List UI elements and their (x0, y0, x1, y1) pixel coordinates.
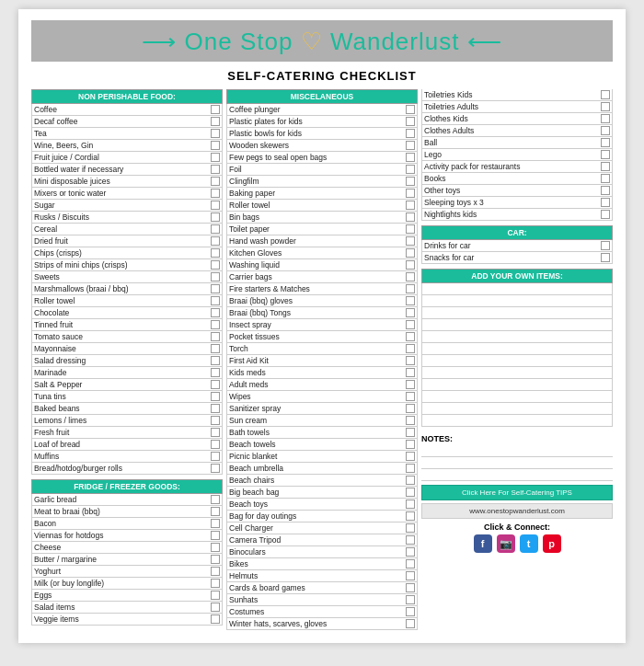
checkbox[interactable] (211, 579, 220, 588)
checkbox[interactable] (211, 272, 220, 281)
checkbox[interactable] (211, 248, 220, 258)
checkbox[interactable] (406, 416, 415, 425)
checkbox[interactable] (406, 165, 415, 174)
checkbox[interactable] (406, 201, 415, 210)
checkbox[interactable] (211, 236, 220, 246)
checkbox[interactable] (406, 535, 415, 545)
checkbox[interactable] (211, 531, 220, 540)
facebook-icon[interactable]: f (474, 534, 492, 553)
checkbox[interactable] (406, 380, 415, 389)
checkbox[interactable] (211, 141, 220, 150)
pinterest-icon[interactable]: p (543, 534, 561, 553)
checkbox[interactable] (211, 320, 220, 329)
checkbox[interactable] (211, 308, 220, 317)
checkbox[interactable] (601, 102, 610, 111)
checkbox[interactable] (406, 571, 415, 580)
checkbox[interactable] (211, 165, 220, 174)
checkbox[interactable] (406, 392, 415, 401)
checkbox[interactable] (406, 177, 415, 186)
checkbox[interactable] (406, 452, 415, 461)
checkbox[interactable] (406, 129, 415, 138)
checkbox[interactable] (406, 248, 415, 258)
checkbox[interactable] (406, 511, 415, 521)
checkbox[interactable] (406, 308, 415, 317)
checkbox[interactable] (601, 198, 610, 207)
checkbox[interactable] (211, 543, 220, 552)
checkbox[interactable] (211, 614, 220, 624)
checkbox[interactable] (406, 153, 415, 162)
checkbox[interactable] (211, 464, 220, 473)
checkbox[interactable] (406, 559, 415, 568)
checkbox[interactable] (406, 105, 415, 114)
checkbox[interactable] (211, 105, 220, 114)
checkbox[interactable] (406, 523, 415, 533)
checkbox[interactable] (406, 284, 415, 293)
checkbox[interactable] (601, 150, 610, 159)
link1-button[interactable]: Click Here For Self-Catering TIPS (421, 485, 613, 500)
checkbox[interactable] (406, 224, 415, 234)
checkbox[interactable] (211, 368, 220, 377)
checkbox[interactable] (211, 224, 220, 234)
checkbox[interactable] (601, 90, 610, 99)
checkbox[interactable] (211, 452, 220, 461)
checkbox[interactable] (406, 607, 415, 616)
checkbox[interactable] (211, 591, 220, 600)
checkbox[interactable] (406, 476, 415, 485)
checkbox[interactable] (211, 603, 220, 612)
checkbox[interactable] (601, 114, 610, 123)
checkbox[interactable] (211, 153, 220, 162)
checkbox[interactable] (211, 507, 220, 516)
checkbox[interactable] (601, 253, 610, 262)
checkbox[interactable] (406, 356, 415, 365)
checkbox[interactable] (211, 117, 220, 126)
checkbox[interactable] (406, 547, 415, 557)
checkbox[interactable] (406, 344, 415, 353)
twitter-icon[interactable]: t (520, 534, 538, 553)
checkbox[interactable] (211, 296, 220, 305)
checkbox[interactable] (211, 440, 220, 449)
checkbox[interactable] (211, 555, 220, 564)
checkbox[interactable] (406, 595, 415, 604)
checkbox[interactable] (211, 495, 220, 504)
checkbox[interactable] (406, 117, 415, 126)
checkbox[interactable] (406, 368, 415, 377)
checkbox[interactable] (211, 404, 220, 413)
checkbox[interactable] (211, 380, 220, 389)
checkbox[interactable] (211, 177, 220, 186)
checkbox[interactable] (601, 126, 610, 135)
checkbox[interactable] (406, 212, 415, 222)
checkbox[interactable] (601, 174, 610, 183)
checkbox[interactable] (211, 428, 220, 437)
checkbox[interactable] (406, 488, 415, 497)
checkbox[interactable] (601, 138, 610, 147)
checkbox[interactable] (406, 619, 415, 628)
checkbox[interactable] (211, 416, 220, 425)
checkbox[interactable] (211, 519, 220, 528)
checkbox[interactable] (406, 236, 415, 246)
checkbox[interactable] (211, 567, 220, 576)
instagram-icon[interactable]: 📷 (497, 534, 515, 553)
checkbox[interactable] (406, 428, 415, 437)
checkbox[interactable] (211, 344, 220, 353)
checkbox[interactable] (211, 189, 220, 198)
checkbox[interactable] (406, 440, 415, 449)
checkbox[interactable] (406, 272, 415, 281)
checkbox[interactable] (211, 212, 220, 222)
checkbox[interactable] (211, 201, 220, 210)
checkbox[interactable] (406, 464, 415, 473)
checkbox[interactable] (211, 356, 220, 365)
checkbox[interactable] (406, 296, 415, 305)
link2-button[interactable]: www.onestopwanderlust.com (421, 503, 613, 519)
checkbox[interactable] (601, 162, 610, 171)
checkbox[interactable] (406, 189, 415, 198)
checkbox[interactable] (406, 260, 415, 270)
checkbox[interactable] (211, 129, 220, 138)
checkbox[interactable] (211, 392, 220, 401)
checkbox[interactable] (406, 141, 415, 150)
checkbox[interactable] (211, 260, 220, 270)
checkbox[interactable] (406, 500, 415, 509)
checkbox[interactable] (601, 241, 610, 250)
checkbox[interactable] (406, 583, 415, 592)
checkbox[interactable] (406, 404, 415, 413)
checkbox[interactable] (211, 332, 220, 341)
